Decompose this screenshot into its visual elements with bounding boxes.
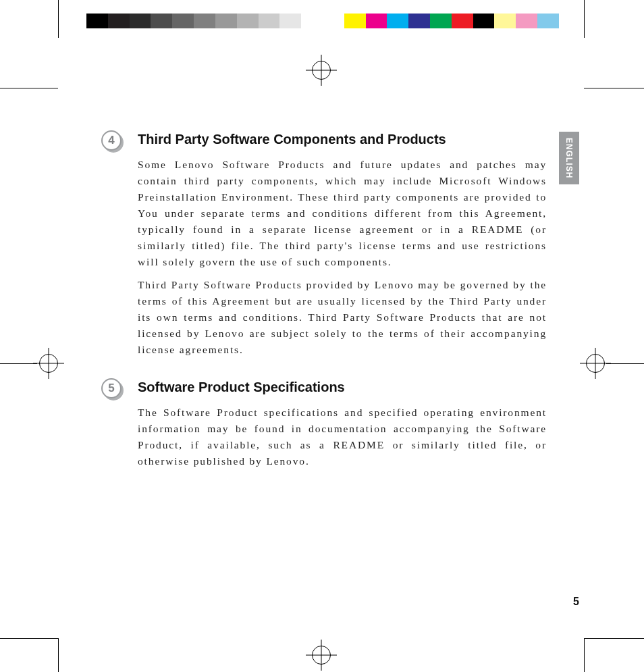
crop-mark	[0, 363, 37, 364]
color-swatch	[237, 14, 259, 28]
color-swatch	[516, 14, 537, 28]
section-number-badge: 4	[101, 130, 122, 151]
color-swatch	[344, 14, 366, 28]
section-number-badge: 5	[101, 378, 122, 398]
color-swatch	[408, 14, 430, 28]
crop-mark	[58, 0, 59, 38]
color-swatch	[172, 14, 194, 28]
registration-mark-icon	[39, 354, 58, 373]
crop-mark	[584, 88, 644, 88]
section-heading: Software Product Specifications	[138, 380, 547, 395]
color-swatch	[86, 14, 108, 28]
color-swatch	[215, 14, 237, 28]
crop-mark	[0, 88, 58, 88]
color-swatch	[259, 14, 280, 28]
color-swatch	[494, 14, 516, 28]
color-swatch	[366, 14, 387, 28]
color-swatch	[537, 14, 559, 28]
color-swatch	[151, 14, 172, 28]
crop-mark	[58, 638, 59, 672]
color-swatch	[301, 14, 323, 28]
colorbar-gap	[323, 14, 344, 28]
registration-mark-icon	[312, 646, 331, 665]
crop-mark	[584, 638, 644, 639]
language-tab: ENGLISH	[559, 132, 579, 184]
page-number: 5	[573, 596, 579, 608]
paragraph: Some Lenovo Software Products and future…	[138, 157, 547, 270]
color-swatch	[279, 14, 301, 28]
color-swatch	[108, 14, 130, 28]
paragraph: Third Party Software Products provided b…	[138, 277, 547, 358]
crop-mark	[584, 0, 585, 38]
color-swatch	[473, 14, 495, 28]
color-swatch	[387, 14, 408, 28]
crop-mark	[584, 638, 585, 672]
color-calibration-bar	[86, 14, 559, 28]
color-swatch	[194, 14, 215, 28]
registration-mark-icon	[312, 61, 331, 80]
section-4: 4 Third Party Software Components and Pr…	[101, 132, 547, 365]
color-swatch	[430, 14, 452, 28]
crop-mark	[606, 363, 644, 364]
section-number: 5	[101, 378, 122, 398]
page-content: 4 Third Party Software Components and Pr…	[101, 132, 547, 491]
section-5: 5 Software Product Specifications The So…	[101, 380, 547, 476]
section-heading: Third Party Software Components and Prod…	[138, 132, 547, 147]
registration-mark-icon	[586, 354, 605, 373]
color-swatch	[130, 14, 151, 28]
section-number: 4	[101, 130, 122, 151]
color-swatch	[452, 14, 473, 28]
paragraph: The Software Product specifications and …	[138, 405, 547, 469]
crop-mark	[0, 638, 58, 639]
